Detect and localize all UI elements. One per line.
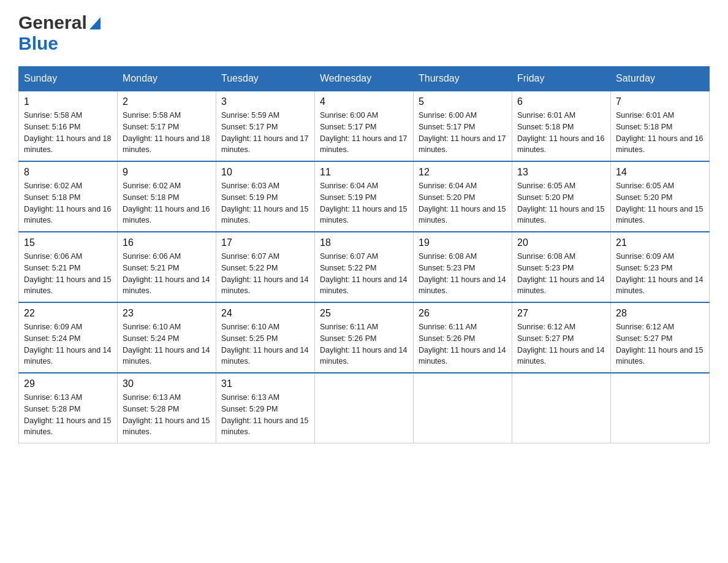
- day-cell-28: 28Sunrise: 6:12 AMSunset: 5:27 PMDayligh…: [611, 302, 710, 373]
- day-number-15: 15: [24, 237, 112, 248]
- day-cell-10: 10Sunrise: 6:03 AMSunset: 5:19 PMDayligh…: [216, 161, 315, 232]
- day-info-9: Sunrise: 6:02 AMSunset: 5:18 PMDaylight:…: [123, 180, 211, 226]
- day-cell-21: 21Sunrise: 6:09 AMSunset: 5:23 PMDayligh…: [611, 232, 710, 302]
- day-number-17: 17: [221, 237, 309, 248]
- day-cell-11: 11Sunrise: 6:04 AMSunset: 5:19 PMDayligh…: [315, 161, 414, 232]
- day-cell-5: 5Sunrise: 6:00 AMSunset: 5:17 PMDaylight…: [414, 91, 512, 161]
- day-info-27: Sunrise: 6:12 AMSunset: 5:27 PMDaylight:…: [517, 321, 605, 367]
- day-number-21: 21: [616, 237, 704, 248]
- day-info-19: Sunrise: 6:08 AMSunset: 5:23 PMDaylight:…: [419, 251, 507, 297]
- day-info-7: Sunrise: 6:01 AMSunset: 5:18 PMDaylight:…: [616, 110, 704, 156]
- day-number-4: 4: [320, 96, 408, 107]
- day-cell-23: 23Sunrise: 6:10 AMSunset: 5:24 PMDayligh…: [118, 302, 216, 373]
- day-cell-17: 17Sunrise: 6:07 AMSunset: 5:22 PMDayligh…: [216, 232, 315, 302]
- week-row-5: 29Sunrise: 6:13 AMSunset: 5:28 PMDayligh…: [19, 373, 710, 443]
- day-info-10: Sunrise: 6:03 AMSunset: 5:19 PMDaylight:…: [221, 180, 309, 226]
- day-cell-6: 6Sunrise: 6:01 AMSunset: 5:18 PMDaylight…: [512, 91, 611, 161]
- day-header-saturday: Saturday: [611, 67, 710, 91]
- day-number-3: 3: [221, 96, 309, 107]
- day-cell-14: 14Sunrise: 6:05 AMSunset: 5:20 PMDayligh…: [611, 161, 710, 232]
- day-cell-18: 18Sunrise: 6:07 AMSunset: 5:22 PMDayligh…: [315, 232, 414, 302]
- day-info-11: Sunrise: 6:04 AMSunset: 5:19 PMDaylight:…: [320, 180, 408, 226]
- calendar-header-row: SundayMondayTuesdayWednesdayThursdayFrid…: [19, 67, 710, 91]
- day-number-31: 31: [221, 378, 309, 389]
- week-row-3: 15Sunrise: 6:06 AMSunset: 5:21 PMDayligh…: [19, 232, 710, 302]
- day-cell-9: 9Sunrise: 6:02 AMSunset: 5:18 PMDaylight…: [118, 161, 216, 232]
- logo-general-text: General: [18, 12, 87, 33]
- day-info-15: Sunrise: 6:06 AMSunset: 5:21 PMDaylight:…: [24, 251, 112, 297]
- calendar-table: SundayMondayTuesdayWednesdayThursdayFrid…: [18, 66, 710, 443]
- day-cell-1: 1Sunrise: 5:58 AMSunset: 5:16 PMDaylight…: [19, 91, 118, 161]
- day-cell-19: 19Sunrise: 6:08 AMSunset: 5:23 PMDayligh…: [414, 232, 512, 302]
- day-cell-12: 12Sunrise: 6:04 AMSunset: 5:20 PMDayligh…: [414, 161, 512, 232]
- day-info-25: Sunrise: 6:11 AMSunset: 5:26 PMDaylight:…: [320, 321, 408, 367]
- day-number-22: 22: [24, 308, 112, 319]
- day-info-26: Sunrise: 6:11 AMSunset: 5:26 PMDaylight:…: [419, 321, 507, 367]
- empty-cell: [315, 373, 414, 443]
- day-number-26: 26: [419, 308, 507, 319]
- day-info-5: Sunrise: 6:00 AMSunset: 5:17 PMDaylight:…: [419, 110, 507, 156]
- day-info-23: Sunrise: 6:10 AMSunset: 5:24 PMDaylight:…: [123, 321, 211, 367]
- logo-blue-text: Blue: [18, 33, 58, 53]
- page-header: General Blue: [18, 12, 710, 54]
- day-number-19: 19: [419, 237, 507, 248]
- day-number-28: 28: [616, 308, 704, 319]
- day-number-23: 23: [123, 308, 211, 319]
- day-cell-3: 3Sunrise: 5:59 AMSunset: 5:17 PMDaylight…: [216, 91, 315, 161]
- week-row-4: 22Sunrise: 6:09 AMSunset: 5:24 PMDayligh…: [19, 302, 710, 373]
- week-row-2: 8Sunrise: 6:02 AMSunset: 5:18 PMDaylight…: [19, 161, 710, 232]
- empty-cell: [414, 373, 512, 443]
- day-header-monday: Monday: [118, 67, 216, 91]
- day-header-wednesday: Wednesday: [315, 67, 414, 91]
- logo-triangle-icon: [89, 17, 100, 32]
- day-cell-13: 13Sunrise: 6:05 AMSunset: 5:20 PMDayligh…: [512, 161, 611, 232]
- day-info-28: Sunrise: 6:12 AMSunset: 5:27 PMDaylight:…: [616, 321, 704, 367]
- day-info-14: Sunrise: 6:05 AMSunset: 5:20 PMDaylight:…: [616, 180, 704, 226]
- day-cell-4: 4Sunrise: 6:00 AMSunset: 5:17 PMDaylight…: [315, 91, 414, 161]
- svg-marker-0: [89, 17, 100, 29]
- empty-cell: [611, 373, 710, 443]
- day-info-17: Sunrise: 6:07 AMSunset: 5:22 PMDaylight:…: [221, 251, 309, 297]
- day-info-21: Sunrise: 6:09 AMSunset: 5:23 PMDaylight:…: [616, 251, 704, 297]
- day-cell-2: 2Sunrise: 5:58 AMSunset: 5:17 PMDaylight…: [118, 91, 216, 161]
- day-info-8: Sunrise: 6:02 AMSunset: 5:18 PMDaylight:…: [24, 180, 112, 226]
- day-info-20: Sunrise: 6:08 AMSunset: 5:23 PMDaylight:…: [517, 251, 605, 297]
- day-cell-7: 7Sunrise: 6:01 AMSunset: 5:18 PMDaylight…: [611, 91, 710, 161]
- day-number-30: 30: [123, 378, 211, 389]
- day-number-8: 8: [24, 167, 112, 178]
- day-number-24: 24: [221, 308, 309, 319]
- day-info-3: Sunrise: 5:59 AMSunset: 5:17 PMDaylight:…: [221, 110, 309, 156]
- day-info-24: Sunrise: 6:10 AMSunset: 5:25 PMDaylight:…: [221, 321, 309, 367]
- day-cell-8: 8Sunrise: 6:02 AMSunset: 5:18 PMDaylight…: [19, 161, 118, 232]
- day-info-16: Sunrise: 6:06 AMSunset: 5:21 PMDaylight:…: [123, 251, 211, 297]
- day-number-20: 20: [517, 237, 605, 248]
- day-header-sunday: Sunday: [19, 67, 118, 91]
- day-number-18: 18: [320, 237, 408, 248]
- day-cell-27: 27Sunrise: 6:12 AMSunset: 5:27 PMDayligh…: [512, 302, 611, 373]
- day-info-13: Sunrise: 6:05 AMSunset: 5:20 PMDaylight:…: [517, 180, 605, 226]
- day-number-10: 10: [221, 167, 309, 178]
- day-cell-26: 26Sunrise: 6:11 AMSunset: 5:26 PMDayligh…: [414, 302, 512, 373]
- day-info-4: Sunrise: 6:00 AMSunset: 5:17 PMDaylight:…: [320, 110, 408, 156]
- day-cell-24: 24Sunrise: 6:10 AMSunset: 5:25 PMDayligh…: [216, 302, 315, 373]
- day-cell-25: 25Sunrise: 6:11 AMSunset: 5:26 PMDayligh…: [315, 302, 414, 373]
- week-row-1: 1Sunrise: 5:58 AMSunset: 5:16 PMDaylight…: [19, 91, 710, 161]
- day-number-16: 16: [123, 237, 211, 248]
- day-number-7: 7: [616, 96, 704, 107]
- logo: General Blue: [18, 12, 100, 54]
- day-cell-16: 16Sunrise: 6:06 AMSunset: 5:21 PMDayligh…: [118, 232, 216, 302]
- day-header-friday: Friday: [512, 67, 611, 91]
- day-number-12: 12: [419, 167, 507, 178]
- empty-cell: [512, 373, 611, 443]
- day-info-12: Sunrise: 6:04 AMSunset: 5:20 PMDaylight:…: [419, 180, 507, 226]
- day-header-tuesday: Tuesday: [216, 67, 315, 91]
- day-cell-20: 20Sunrise: 6:08 AMSunset: 5:23 PMDayligh…: [512, 232, 611, 302]
- day-info-6: Sunrise: 6:01 AMSunset: 5:18 PMDaylight:…: [517, 110, 605, 156]
- day-info-31: Sunrise: 6:13 AMSunset: 5:29 PMDaylight:…: [221, 392, 309, 438]
- day-number-14: 14: [616, 167, 704, 178]
- day-number-6: 6: [517, 96, 605, 107]
- day-cell-22: 22Sunrise: 6:09 AMSunset: 5:24 PMDayligh…: [19, 302, 118, 373]
- day-number-13: 13: [517, 167, 605, 178]
- day-info-30: Sunrise: 6:13 AMSunset: 5:28 PMDaylight:…: [123, 392, 211, 438]
- day-header-thursday: Thursday: [414, 67, 512, 91]
